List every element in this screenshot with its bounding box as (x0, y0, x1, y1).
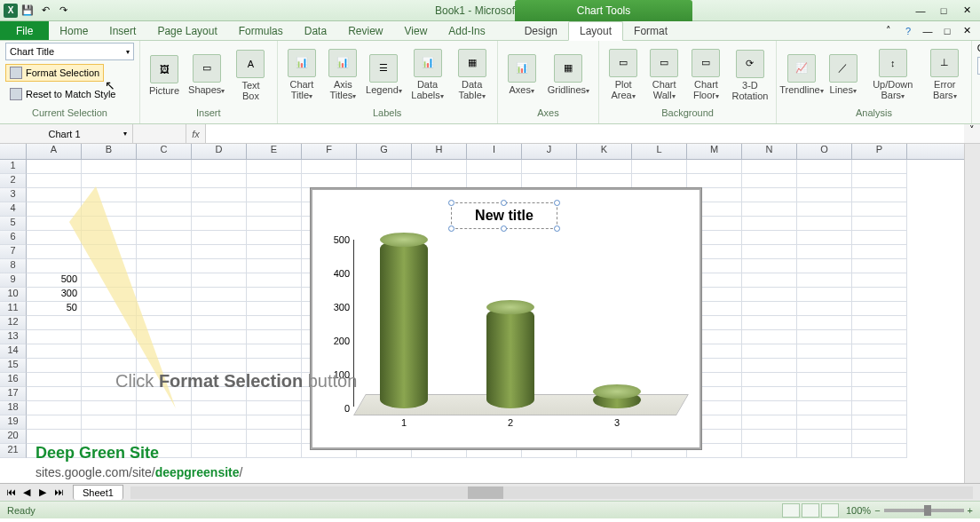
zoom-slider[interactable] (884, 509, 964, 512)
horizontal-scrollbar[interactable] (130, 486, 973, 499)
cell[interactable] (797, 259, 852, 273)
cell[interactable] (467, 174, 522, 188)
picture-button[interactable]: 🖼Picture (146, 44, 183, 107)
cell[interactable] (687, 160, 742, 174)
cell[interactable] (27, 174, 82, 188)
cell[interactable] (192, 415, 247, 430)
cell[interactable] (797, 188, 852, 202)
cell[interactable] (137, 401, 192, 415)
cell[interactable] (852, 359, 907, 373)
trendline-button[interactable]: 📈Trendline (782, 44, 821, 107)
cell[interactable] (137, 259, 192, 273)
error-bars-button[interactable]: ⊥Error Bars (924, 44, 966, 107)
cell[interactable] (742, 288, 797, 302)
cell[interactable] (852, 202, 907, 217)
chart-wall-button[interactable]: ▭Chart Wall (645, 44, 683, 107)
cell[interactable] (82, 245, 137, 259)
chart-element-selector[interactable]: Chart Title (5, 43, 134, 60)
resize-handle[interactable] (501, 225, 507, 232)
cell[interactable] (137, 174, 192, 188)
resize-handle[interactable] (554, 200, 560, 206)
cell[interactable] (247, 273, 302, 288)
zoom-level[interactable]: 100% (846, 505, 871, 516)
column-header[interactable]: O (797, 144, 852, 159)
doc-minimize-icon[interactable]: — (920, 24, 936, 38)
cell[interactable] (27, 330, 82, 344)
cell[interactable] (742, 188, 797, 202)
cell[interactable] (852, 330, 907, 344)
cell[interactable] (192, 344, 247, 359)
cell[interactable] (192, 330, 247, 344)
cell[interactable] (742, 359, 797, 373)
cell[interactable] (82, 231, 137, 245)
formula-input[interactable] (206, 124, 964, 143)
cell[interactable] (137, 415, 192, 430)
last-sheet-icon[interactable]: ⏭ (51, 486, 66, 498)
cell[interactable] (797, 359, 852, 373)
cell[interactable] (247, 330, 302, 344)
row-header[interactable]: 19 (0, 415, 27, 430)
cell[interactable] (852, 302, 907, 316)
cell[interactable] (742, 344, 797, 359)
row-header[interactable]: 21 (0, 444, 27, 458)
resize-handle[interactable] (554, 225, 560, 232)
column-header[interactable]: N (742, 144, 797, 159)
redo-icon[interactable]: ↷ (55, 3, 71, 19)
cell[interactable] (852, 288, 907, 302)
tab-page-layout[interactable]: Page Layout (146, 21, 227, 40)
gridlines-button[interactable]: ▦Gridlines (544, 44, 593, 107)
column-header[interactable]: B (82, 144, 137, 159)
chart-floor-button[interactable]: ▭Chart Floor (686, 44, 726, 107)
column-header[interactable]: K (577, 144, 632, 159)
cell[interactable] (742, 174, 797, 188)
cell[interactable] (797, 401, 852, 415)
cell[interactable] (247, 259, 302, 273)
chart-bar[interactable]: 1 (380, 240, 428, 408)
row-header[interactable]: 11 (0, 302, 27, 316)
vertical-scrollbar[interactable] (964, 144, 980, 483)
cell[interactable] (82, 288, 137, 302)
cell[interactable] (27, 316, 82, 330)
column-header[interactable]: C (137, 144, 192, 159)
cell[interactable] (797, 316, 852, 330)
cell[interactable] (742, 387, 797, 401)
cell[interactable] (247, 302, 302, 316)
format-selection-button[interactable]: Format Selection (5, 64, 104, 82)
cell[interactable] (192, 302, 247, 316)
row-header[interactable]: 9 (0, 273, 27, 288)
cell[interactable] (27, 373, 82, 387)
cell[interactable] (797, 231, 852, 245)
shapes-button[interactable]: ▭Shapes (186, 44, 226, 107)
cell[interactable] (137, 188, 192, 202)
cell[interactable] (742, 444, 797, 458)
cell[interactable] (852, 273, 907, 288)
cell[interactable] (577, 174, 632, 188)
cell[interactable] (247, 160, 302, 174)
tab-addins[interactable]: Add-Ins (438, 21, 495, 40)
page-layout-view-icon[interactable] (802, 503, 819, 518)
column-header[interactable]: E (247, 144, 302, 159)
cell[interactable] (247, 188, 302, 202)
cell[interactable] (467, 160, 522, 174)
cell[interactable] (82, 174, 137, 188)
sheet-tab-sheet1[interactable]: Sheet1 (73, 485, 123, 500)
row-header[interactable]: 10 (0, 288, 27, 302)
cell[interactable] (247, 444, 302, 458)
save-icon[interactable]: 💾 (20, 3, 36, 19)
cell[interactable] (82, 401, 137, 415)
cell[interactable] (82, 344, 137, 359)
cell[interactable] (137, 217, 192, 231)
cell[interactable] (852, 245, 907, 259)
cell[interactable] (797, 302, 852, 316)
row-header[interactable]: 1 (0, 160, 27, 174)
column-header[interactable]: H (412, 144, 467, 159)
cell[interactable] (797, 174, 852, 188)
cell[interactable] (137, 245, 192, 259)
chart-bar[interactable]: 2 (486, 307, 534, 408)
cell[interactable] (852, 259, 907, 273)
column-header[interactable]: P (852, 144, 907, 159)
cell[interactable] (797, 273, 852, 288)
cell[interactable] (192, 188, 247, 202)
cell[interactable] (82, 202, 137, 217)
cell[interactable] (192, 288, 247, 302)
